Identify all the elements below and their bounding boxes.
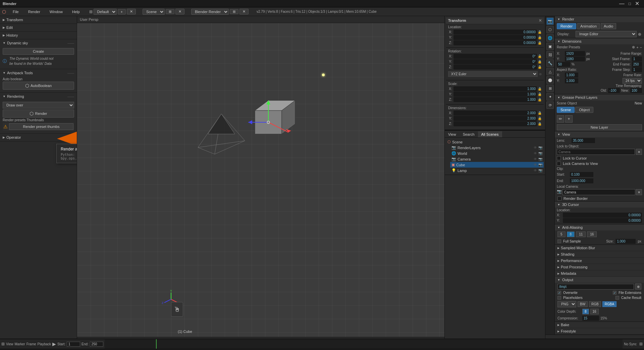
gpl-header[interactable]: ▼ Grease Pencil Layers (555, 94, 644, 100)
cd-16-btn[interactable]: 16 (590, 309, 599, 314)
scale-x-lock-icon[interactable]: 🔒 (538, 87, 542, 91)
format-select[interactable]: PNG (557, 301, 576, 307)
prop-modifier-icon[interactable]: 🔧 (546, 59, 554, 67)
gpl-scene-tab[interactable]: Scene (557, 107, 575, 113)
renderlayers-cam-icon[interactable]: 📷 (538, 146, 542, 149)
cube-cam-icon[interactable]: 📷 (538, 163, 542, 167)
render-section-header[interactable]: ▼ Render (555, 16, 644, 22)
lamp-cam-icon[interactable]: 📷 (538, 169, 542, 172)
section-history[interactable]: ▶ History (0, 32, 77, 38)
maximize-btn[interactable]: □ (627, 1, 633, 6)
rot-x-input[interactable] (453, 54, 537, 59)
lock-camera-checkbox[interactable] (557, 162, 561, 166)
prop-physics-icon[interactable]: ⟳ (546, 101, 554, 109)
scale-y-input[interactable] (453, 92, 537, 97)
rot-x-lock-icon[interactable]: 🔒 (538, 54, 542, 58)
cd-8-btn[interactable]: 8 (582, 309, 589, 314)
aa-11-btn[interactable]: 11 (576, 231, 586, 237)
scale-y-lock-icon[interactable]: 🔒 (538, 92, 542, 96)
section-dynamicsky[interactable]: ▼ Dynamic sky —— (0, 40, 77, 46)
clip-end-input[interactable] (570, 178, 593, 183)
euler-select[interactable]: XYZ Euler (448, 71, 538, 77)
prop-object-icon[interactable]: ▣ (546, 43, 554, 50)
cache-result-chk[interactable] (615, 296, 619, 300)
cursor-x-input[interactable] (563, 213, 642, 218)
tab-all-scenes[interactable]: All Scenes (478, 131, 502, 137)
cube-eye-icon[interactable]: 👁 (534, 163, 537, 167)
scene-close-btn[interactable]: ✕ (175, 9, 184, 14)
camera-cam-icon[interactable]: 📷 (538, 157, 542, 161)
camera-clear-icon[interactable]: ✕ (636, 189, 642, 195)
rp-del-icon[interactable]: − (640, 45, 642, 49)
engine-select[interactable]: Blender Render (191, 9, 229, 15)
tab-search[interactable]: Search (460, 131, 478, 137)
time-new-input[interactable] (630, 88, 642, 93)
cursor-header[interactable]: ▼ 3D Cursor (555, 202, 644, 208)
dim-x-input[interactable] (453, 111, 537, 116)
tl-frame-btn[interactable]: Frame (26, 342, 36, 346)
rgba-btn[interactable]: RGBA (602, 301, 616, 307)
dim-z-input[interactable] (453, 121, 537, 126)
loc-y-lock-icon[interactable]: 🔒 (538, 36, 542, 39)
fps-select[interactable]: 24 fps (623, 78, 642, 84)
loc-y-input[interactable] (453, 35, 537, 40)
loc-x-lock-icon[interactable]: 🔒 (538, 30, 542, 34)
viewport[interactable]: User Persp (77, 16, 444, 339)
tl-marker-btn[interactable]: Marker (15, 342, 25, 346)
section-rendering[interactable]: ▼ Rendering —— (0, 93, 77, 99)
performance-row[interactable]: ▶ Performance (555, 258, 644, 264)
prop-material-icon[interactable]: ⬤ (546, 76, 554, 84)
tl-end-input[interactable] (90, 342, 103, 347)
prop-constraint-icon[interactable]: ⛓ (546, 51, 554, 58)
placeholders-chk[interactable] (557, 296, 561, 300)
loc-z-lock-icon[interactable]: 🔒 (538, 41, 542, 45)
output-path-input[interactable] (557, 284, 634, 290)
prop-texture-icon[interactable]: ⊞ (546, 85, 554, 92)
rgb-btn[interactable]: RGB (589, 301, 601, 307)
overwrite-chk[interactable] (557, 291, 561, 295)
renderlayers-eye-icon[interactable]: 👁 (534, 146, 537, 149)
rp-expand-icon[interactable]: ⊕ (632, 45, 635, 49)
draw-over-select[interactable]: Draw over (3, 102, 74, 108)
viewport-canvas[interactable]: X Y Z 🖱 (1) Cube (77, 23, 444, 337)
aa-header[interactable]: ▼ Anti-Aliasing (555, 224, 644, 230)
rot-y-lock-icon[interactable]: 🔒 (538, 60, 542, 63)
shading-row[interactable]: ▶ Shading (555, 251, 644, 258)
tree-renderlayers[interactable]: 📷 RenderLayers 👁 📷 (450, 145, 544, 150)
tl-view-btn[interactable]: View (6, 342, 13, 346)
section-archipack[interactable]: ▼ Archipack Tools —— (0, 70, 77, 76)
output-path-expand-icon[interactable]: ⊕ (635, 283, 641, 290)
res-x-input[interactable] (565, 51, 585, 56)
bake-row[interactable]: ▶ Bake (555, 322, 644, 328)
metadata-row[interactable]: ▶ Metadata (555, 270, 644, 277)
scene-select[interactable]: Scene (143, 9, 165, 15)
res-pct-input[interactable] (557, 62, 570, 67)
prop-world-icon[interactable]: 🌐 (546, 34, 554, 42)
tl-start-input[interactable] (67, 342, 80, 347)
tree-camera[interactable]: 📷 Camera 👁 📷 (450, 156, 544, 162)
prop-data-icon[interactable]: △ (546, 68, 554, 75)
tl-play-icon[interactable]: ▶ (52, 341, 56, 347)
section-transform[interactable]: ▶ Transform (0, 17, 77, 23)
gpl-brush-icon[interactable]: ✏ (557, 115, 564, 123)
autobool-btn[interactable]: ⬡ AutoBoolean (3, 82, 74, 90)
animation-btn[interactable]: Animation (577, 23, 600, 29)
scale-z-input[interactable] (453, 97, 537, 102)
prop-render-icon[interactable]: 📷 (546, 17, 554, 25)
world-eye-icon[interactable]: 👁 (534, 151, 537, 155)
render-main-btn[interactable]: Render (557, 23, 576, 29)
engine-icons-btn[interactable]: ⊞ (230, 9, 238, 14)
tree-scene[interactable]: ⬡ Scene (446, 139, 544, 145)
layout-select[interactable]: Default (94, 9, 117, 15)
render-btn[interactable]: ⬡ Render (3, 110, 74, 118)
audio-btn[interactable]: Audio (601, 23, 616, 29)
file-ext-chk[interactable] (613, 291, 616, 295)
loc-z-input[interactable] (453, 40, 537, 45)
create-btn[interactable]: Create (3, 48, 74, 55)
layout-close-btn[interactable]: ✕ (127, 9, 136, 14)
loc-x-input[interactable] (453, 30, 537, 35)
world-cam-icon[interactable]: 📷 (538, 151, 542, 155)
dim-z-lock-icon[interactable]: 🔒 (538, 122, 542, 126)
camera-eye-icon[interactable]: 👁 (534, 157, 537, 161)
end-frame-input[interactable] (632, 62, 642, 67)
